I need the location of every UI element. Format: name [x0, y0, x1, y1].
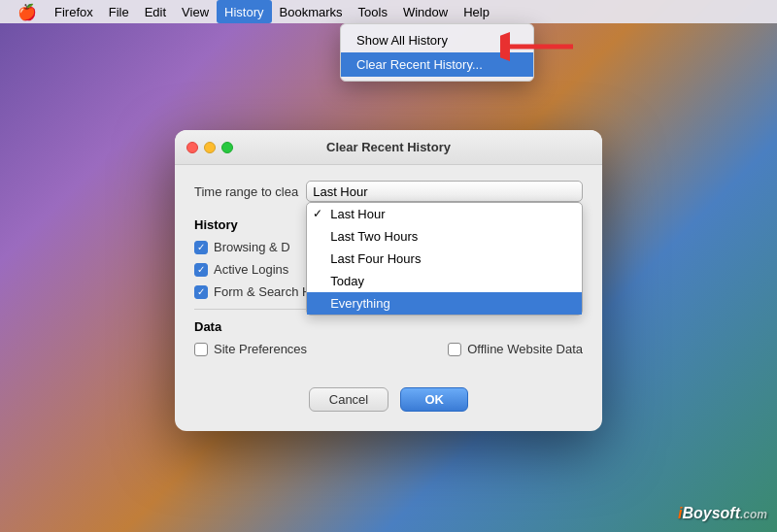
site-prefs-checkbox-group: Site Preferences — [194, 342, 307, 356]
dropdown-today[interactable]: Today — [307, 270, 582, 292]
dialog-overlay: Clear Recent History Time range to clea … — [0, 0, 777, 532]
active-logins-label: Active Logins — [214, 262, 288, 277]
ok-button[interactable]: OK — [400, 387, 468, 412]
clear-history-dialog: Clear Recent History Time range to clea … — [175, 130, 602, 431]
time-range-row: Time range to clea Last Hour Last Hour L… — [194, 181, 583, 202]
time-range-select[interactable]: Last Hour — [306, 181, 583, 202]
data-section-label: Data — [194, 319, 583, 334]
browsing-checkbox-group: Browsing & D — [194, 240, 290, 254]
dialog-title: Clear Recent History — [326, 140, 451, 154]
time-range-select-container: Last Hour Last Hour Last Two Hours Last … — [306, 181, 583, 202]
site-prefs-label: Site Preferences — [214, 342, 307, 356]
maximize-button[interactable] — [221, 142, 233, 153]
minimize-button[interactable] — [204, 142, 216, 153]
dialog-titlebar: Clear Recent History — [175, 130, 602, 165]
offline-data-checkbox-group: Offline Website Data — [448, 342, 583, 356]
data-row-1: Site Preferences Offline Website Data — [194, 342, 583, 356]
dropdown-last-four-hours[interactable]: Last Four Hours — [307, 248, 582, 270]
cancel-button[interactable]: Cancel — [309, 387, 388, 412]
offline-data-label: Offline Website Data — [467, 342, 583, 356]
site-prefs-checkbox[interactable] — [194, 343, 208, 356]
active-logins-checkbox[interactable] — [194, 263, 208, 277]
time-range-dropdown-open: Last Hour Last Two Hours Last Four Hours… — [306, 202, 583, 316]
dropdown-last-hour[interactable]: Last Hour — [307, 203, 582, 225]
browsing-checkbox[interactable] — [194, 241, 208, 254]
dropdown-last-two-hours[interactable]: Last Two Hours — [307, 225, 582, 248]
close-button[interactable] — [186, 142, 198, 153]
browsing-label: Browsing & D — [214, 240, 290, 254]
dialog-body: Time range to clea Last Hour Last Hour L… — [175, 165, 602, 380]
offline-data-checkbox[interactable] — [448, 343, 461, 356]
dialog-buttons: Cancel OK — [175, 380, 602, 416]
time-range-label: Time range to clea — [194, 184, 298, 199]
dropdown-everything[interactable]: Everything — [307, 292, 582, 315]
form-search-checkbox[interactable] — [194, 285, 208, 299]
traffic-lights — [186, 142, 233, 153]
